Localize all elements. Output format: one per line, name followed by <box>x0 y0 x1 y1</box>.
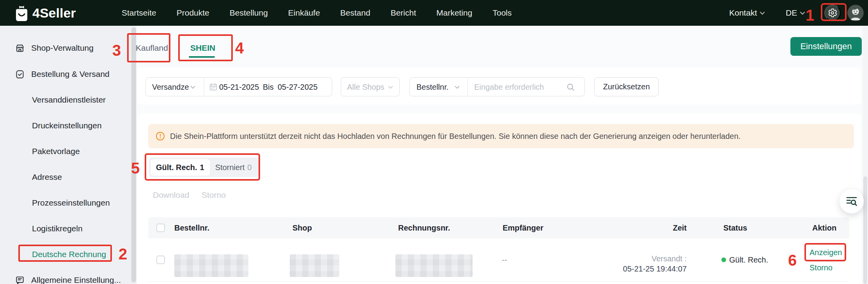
sidebar-item-label: Shop-Verwaltung <box>31 43 94 53</box>
col-aktion: Aktion <box>812 224 836 233</box>
sidebar-item-label: Versanddienstleister <box>32 95 106 105</box>
row-checkbox[interactable] <box>156 256 165 264</box>
cell-recipient: -- <box>502 256 507 264</box>
active-tab-indicator <box>189 56 215 58</box>
select-all-checkbox[interactable] <box>156 224 165 232</box>
sidebar-item-prozesseinstellungen[interactable]: Prozesseinstellungen <box>32 198 110 208</box>
download-button[interactable]: Download <box>153 190 189 200</box>
tab-cancelled-count: 0 <box>247 163 252 172</box>
redacted-invoice-number <box>395 254 473 277</box>
shop-select-value: Alle Shops <box>347 83 384 92</box>
tab-shein[interactable]: SHEIN <box>190 43 215 53</box>
tab-cancelled-invoices[interactable]: Storniert 0 <box>210 159 257 176</box>
sidebar-item-label: Allgemeine Einstellung... <box>31 275 121 284</box>
col-bestellnr: Bestellnr. <box>174 224 209 233</box>
menu-item-einkaeufe[interactable]: Einkäufe <box>288 8 320 18</box>
annotation-digit-2: 2 <box>119 245 127 263</box>
col-shop: Shop <box>292 224 312 233</box>
redacted-shop-name <box>290 254 339 277</box>
contact-label: Kontakt <box>729 8 757 18</box>
tab-valid-invoices[interactable]: Gült. Rech. 1 <box>151 159 210 176</box>
table-search-fab[interactable] <box>840 189 864 213</box>
col-status: Status <box>723 224 747 233</box>
sidebar-item-shop-verwaltung[interactable]: Shop-Verwaltung <box>15 43 94 53</box>
sidebar-item-label: Bestellung & Versand <box>31 69 110 79</box>
col-zeit: Zeit <box>673 224 687 233</box>
date-to-value[interactable]: 05-27-2025 <box>278 83 317 92</box>
menu-item-produkte[interactable]: Produkte <box>177 8 209 18</box>
cell-time-label: Versandt : <box>652 254 687 263</box>
sidebar-item-label: Druckeinstellungen <box>32 121 102 130</box>
annotation-digit-1: 1 <box>806 7 814 24</box>
list-search-icon <box>845 195 858 208</box>
time-type-select[interactable]: Versandzei <box>152 83 189 92</box>
filter-divider <box>204 78 204 96</box>
notice-text: Die Shein-Plattform unterstützt derzeit … <box>170 132 740 141</box>
menu-item-bestand[interactable]: Bestand <box>340 8 370 18</box>
contact-dropdown[interactable]: Kontakt <box>729 0 765 26</box>
sidebar-item-bestellung-versand[interactable]: Bestellung & Versand <box>15 69 110 79</box>
user-avatar[interactable] <box>847 5 864 21</box>
sidebar-item-label: Prozesseinstellungen <box>32 198 110 208</box>
page-scrollbar-thumb[interactable] <box>863 176 867 284</box>
sidebar: Shop-Verwaltung Bestellung & Versand Ver… <box>0 26 136 284</box>
menu-item-bericht[interactable]: Bericht <box>391 8 416 18</box>
document-icon <box>15 275 25 284</box>
menu-item-tools[interactable]: Tools <box>492 8 512 18</box>
gear-icon <box>827 8 838 18</box>
language-label: DE <box>786 8 797 18</box>
row-storno-link[interactable]: Storno <box>810 263 833 272</box>
anzeigen-link[interactable]: Anzeigen <box>810 248 842 257</box>
sidebar-item-label: Logistikregeln <box>32 224 83 233</box>
exclamation-icon <box>155 131 165 141</box>
sidebar-item-versanddienstleister[interactable]: Versanddienstleister <box>32 95 106 105</box>
chevron-down-icon <box>800 11 805 15</box>
reset-button[interactable]: Zurücksetzen <box>594 77 659 96</box>
sidebar-item-paketvorlage[interactable]: Paketvorlage <box>32 147 80 156</box>
tab-valid-count: 1 <box>200 163 204 172</box>
main-menu: Startseite Produkte Bestellung Einkäufe … <box>122 0 512 26</box>
annotation-digit-3: 3 <box>112 42 121 59</box>
chevron-down-icon <box>190 85 195 89</box>
menu-item-marketing[interactable]: Marketing <box>436 8 472 18</box>
language-dropdown[interactable]: DE <box>786 0 805 26</box>
sidebar-item-deutsche-rechnung[interactable]: Deutsche Rechnung <box>32 250 106 259</box>
sidebar-item-label: Paketvorlage <box>32 147 80 156</box>
tab-cancelled-label: Storniert <box>215 163 245 172</box>
storno-bulk-button[interactable]: Storno <box>202 190 226 200</box>
invoice-status-tabs: Gült. Rech. 1 Storniert 0 <box>149 158 259 177</box>
tab-kaufland[interactable]: Kaufland <box>136 43 168 53</box>
sidebar-item-allgemeine-einstellung[interactable]: Allgemeine Einstellung... <box>15 275 121 284</box>
settings-gear-button[interactable] <box>824 5 841 21</box>
annotation-digit-6: 6 <box>788 252 797 269</box>
status-dot <box>721 257 726 262</box>
brand-logo-icon <box>14 5 30 21</box>
sidebar-item-druckeinstellungen[interactable]: Druckeinstellungen <box>32 121 102 130</box>
cell-time-value: 05-21-25 19:44:07 <box>623 264 687 273</box>
top-navbar: 4Seller Startseite Produkte Bestellung E… <box>0 0 868 26</box>
date-range-separator: Bis <box>263 83 274 92</box>
sidebar-item-adresse[interactable]: Adresse <box>32 172 62 182</box>
order-bag-icon <box>15 69 25 79</box>
menu-item-bestellung[interactable]: Bestellung <box>230 8 268 18</box>
app-window: 4Seller Startseite Produkte Bestellung E… <box>0 0 868 284</box>
sidebar-item-label: Deutsche Rechnung <box>32 250 106 259</box>
tab-valid-label: Gült. Rech. <box>156 163 197 172</box>
calendar-icon <box>209 83 218 91</box>
search-input[interactable] <box>473 78 563 96</box>
sidebar-scrollbar[interactable] <box>131 27 136 282</box>
redacted-order-number <box>174 254 248 277</box>
menu-item-startseite[interactable]: Startseite <box>122 8 156 18</box>
date-from-value[interactable]: 05-21-2025 <box>219 83 259 92</box>
filter-divider <box>468 78 468 96</box>
settings-button[interactable]: Einstellungen <box>790 37 862 56</box>
chevron-down-icon <box>388 85 393 89</box>
chevron-down-icon <box>455 85 460 89</box>
search-icon[interactable] <box>566 83 575 91</box>
annotation-digit-5: 5 <box>131 160 140 177</box>
annotation-digit-4: 4 <box>235 39 244 57</box>
chevron-down-icon <box>760 11 765 15</box>
search-field-select[interactable]: Bestellnr. <box>416 83 448 92</box>
sidebar-item-logistikregeln[interactable]: Logistikregeln <box>32 224 83 233</box>
col-empfaenger: Empfänger <box>503 224 543 233</box>
